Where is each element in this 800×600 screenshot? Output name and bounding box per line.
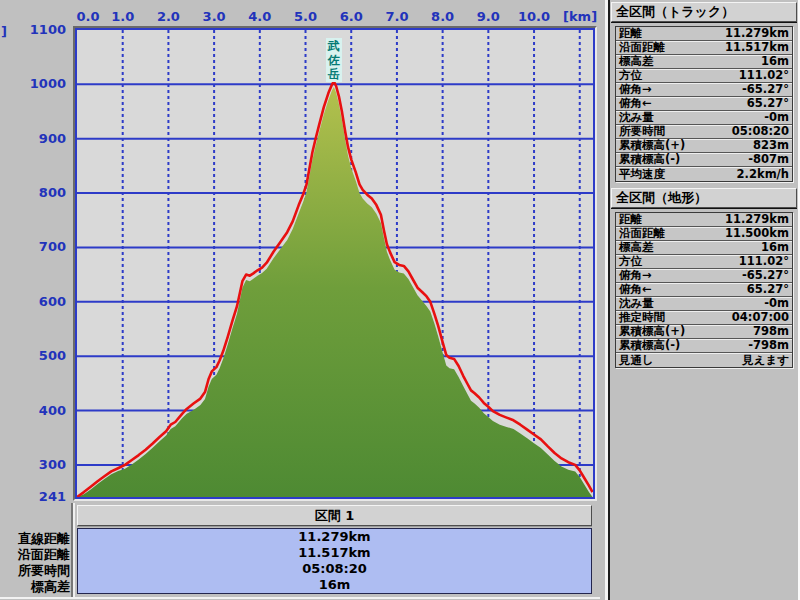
elevation-profile-chart xyxy=(77,30,593,497)
x-axis-unit-label: [km] xyxy=(563,9,597,24)
row-value: 111.02° xyxy=(739,255,789,268)
row-label: 累積標高(-) xyxy=(619,339,680,352)
row-label: 方位 xyxy=(619,69,642,82)
panel-header-terrain: 全区間（地形） xyxy=(611,188,797,208)
x-tick-label: 9.0 xyxy=(477,9,500,24)
row-label: 沿面距離 xyxy=(619,227,665,240)
x-tick-label: 5.0 xyxy=(294,9,317,24)
row-value: -0m xyxy=(764,297,789,310)
x-tick-label: 0.0 xyxy=(76,9,99,24)
x-tick-label: 4.0 xyxy=(248,9,271,24)
row-value: 04:07:00 xyxy=(732,311,789,324)
row-value: -807m xyxy=(748,153,789,166)
row-value: -65.27° xyxy=(742,269,789,282)
x-tick-label: 2.0 xyxy=(157,9,180,24)
x-tick-label: 8.0 xyxy=(431,9,454,24)
row-label: 俯角→ xyxy=(619,269,652,282)
section-value: 11.279km xyxy=(78,529,591,545)
y-tick-label: 600 xyxy=(0,294,66,309)
row-label: 平均速度 xyxy=(619,168,665,181)
section-row-label: 沿面距離 xyxy=(0,547,70,563)
section-value: 16m xyxy=(78,577,591,593)
section-row-label: 直線距離 xyxy=(0,531,70,547)
row-value: -0m xyxy=(764,111,789,124)
table-row: 方位111.02° xyxy=(616,255,792,269)
row-value: 11.517km xyxy=(725,41,789,54)
statistics-sidebar: 全区間（トラック）距離11.279km沿面距離11.517km標高差16m方位1… xyxy=(610,0,800,600)
y-tick-label: 1000 xyxy=(0,76,66,91)
row-label: 沈み量 xyxy=(619,111,654,124)
row-value: -798m xyxy=(748,339,789,352)
row-value: 111.02° xyxy=(739,69,789,82)
row-label: 所要時間 xyxy=(619,125,665,138)
panel-header-track: 全区間（トラック） xyxy=(611,2,797,22)
row-value: 05:08:20 xyxy=(732,125,789,138)
table-row: 沿面距離11.500km xyxy=(616,227,792,241)
table-row: 沈み量-0m xyxy=(616,297,792,311)
row-value: 16m xyxy=(761,241,789,254)
row-label: 俯角← xyxy=(619,283,652,296)
section-row-label: 所要時間 xyxy=(0,563,70,579)
row-label: 累積標高(-) xyxy=(619,153,680,166)
row-value: 65.27° xyxy=(747,283,789,296)
row-label: 沈み量 xyxy=(619,297,654,310)
row-value: 2.2km/h xyxy=(737,168,789,181)
row-label: 標高差 xyxy=(619,55,654,68)
table-row: 俯角→-65.27° xyxy=(616,83,792,97)
x-tick-label: 1.0 xyxy=(111,9,134,24)
table-row: 俯角→-65.27° xyxy=(616,269,792,283)
table-row: 標高差16m xyxy=(616,241,792,255)
y-tick-label: 241 xyxy=(0,489,66,504)
plot-area[interactable] xyxy=(75,28,595,499)
table-row: 推定時間04:07:00 xyxy=(616,311,792,325)
table-row: 累積標高(+)798m xyxy=(616,325,792,339)
row-label: 俯角→ xyxy=(619,83,652,96)
row-value: 798m xyxy=(753,325,789,338)
row-value: 見えます xyxy=(742,354,789,367)
row-label: 見通し xyxy=(619,354,654,367)
y-tick-label: 900 xyxy=(0,131,66,146)
table-row: 俯角←65.27° xyxy=(616,283,792,297)
row-value: 65.27° xyxy=(747,97,789,110)
row-label: 距離 xyxy=(619,27,642,40)
y-tick-label: 700 xyxy=(0,239,66,254)
terrain-area xyxy=(77,87,593,497)
table-row: 距離11.279km xyxy=(616,27,792,41)
row-value: 11.279km xyxy=(725,27,789,40)
plot-frame xyxy=(73,26,597,501)
summit-label: 武佐岳 xyxy=(326,38,342,82)
elevation-profile-region: ] 0.01.02.03.04.05.06.07.08.09.010.0 [km… xyxy=(0,0,600,600)
bottom-edge-highlight xyxy=(0,597,600,599)
x-tick-label: 6.0 xyxy=(340,9,363,24)
row-label: 累積標高(+) xyxy=(619,139,685,152)
table-row: 累積標高(-)-807m xyxy=(616,153,792,167)
table-row: 沿面距離11.517km xyxy=(616,41,792,55)
panel-table: 距離11.279km沿面距離11.500km標高差16m方位111.02°俯角→… xyxy=(615,212,793,368)
table-row: 所要時間05:08:20 xyxy=(616,125,792,139)
row-label: 沿面距離 xyxy=(619,41,665,54)
x-tick-label: 7.0 xyxy=(385,9,408,24)
y-tick-label: 800 xyxy=(0,185,66,200)
section-value: 05:08:20 xyxy=(78,561,591,577)
row-value: -65.27° xyxy=(742,83,789,96)
y-tick-label: 500 xyxy=(0,348,66,363)
y-tick-label: 1100 xyxy=(0,22,66,37)
table-row: 方位111.02° xyxy=(616,69,792,83)
section-values: 11.279km11.517km05:08:2016m xyxy=(77,528,592,594)
table-row: 標高差16m xyxy=(616,55,792,69)
table-row: 累積標高(+)823m xyxy=(616,139,792,153)
x-tick-label: 10.0 xyxy=(518,9,550,24)
panel-table: 距離11.279km沿面距離11.517km標高差16m方位111.02°俯角→… xyxy=(615,26,793,182)
y-tick-label: 400 xyxy=(0,403,66,418)
y-tick-label: 300 xyxy=(0,457,66,472)
region-divider xyxy=(600,0,610,600)
section-divider xyxy=(71,503,75,598)
row-label: 累積標高(+) xyxy=(619,325,685,338)
row-value: 11.500km xyxy=(725,227,789,240)
row-label: 俯角← xyxy=(619,97,652,110)
table-row: 見通し見えます xyxy=(616,353,792,367)
x-tick-label: 3.0 xyxy=(203,9,226,24)
row-label: 標高差 xyxy=(619,241,654,254)
row-value: 16m xyxy=(761,55,789,68)
table-row: 累積標高(-)-798m xyxy=(616,339,792,353)
